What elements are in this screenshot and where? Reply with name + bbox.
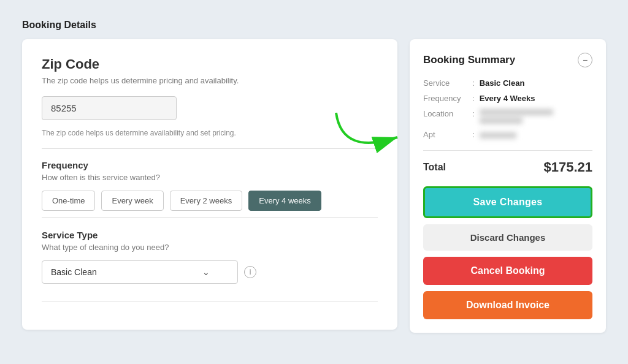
summary-row-apt: Apt : <box>423 130 592 140</box>
discard-changes-button[interactable]: Discard Changes <box>423 224 592 251</box>
download-invoice-button[interactable]: Download Invoice <box>423 291 592 319</box>
service-label: Service <box>423 78 472 88</box>
outer-container: Booking Details Zip Code The zip code he… <box>10 10 618 364</box>
frequency-title: Frequency <box>42 160 378 170</box>
total-amount: $175.21 <box>543 159 592 175</box>
total-row: Total $175.21 <box>423 159 592 175</box>
apt-label: Apt <box>423 130 472 139</box>
summary-row-location: Location : <box>423 109 592 124</box>
service-select-wrapper: Basic Clean Deep Clean Move In/Out ⌄ i <box>42 260 378 284</box>
service-type-section: Service Type What type of cleaning do yo… <box>42 230 378 284</box>
freq-btn-every4weeks[interactable]: Every 4 weeks <box>248 191 321 211</box>
zip-section: Zip Code The zip code helps us determine… <box>42 56 378 137</box>
location-value <box>480 109 553 124</box>
frequency-colon: : <box>472 94 475 103</box>
freq-btn-onetime[interactable]: One-time <box>42 191 95 211</box>
zip-note: The zip code helps us determine availabi… <box>42 129 378 137</box>
right-panel: Booking Summary − Service : Basic Clean … <box>410 39 606 333</box>
freq-btn-every2weeks[interactable]: Every 2 weeks <box>170 191 243 211</box>
service-type-desc: What type of cleaning do you need? <box>42 243 378 252</box>
divider-1 <box>42 148 378 149</box>
location-label: Location <box>423 109 472 118</box>
zip-input[interactable] <box>42 96 177 120</box>
frequency-section: Frequency How often is this service want… <box>42 160 378 211</box>
summary-row-frequency: Frequency : Every 4 Weeks <box>423 94 592 103</box>
left-panel: Zip Code The zip code helps us determine… <box>22 39 397 330</box>
freq-btn-everyweek[interactable]: Every week <box>101 191 163 211</box>
divider-2 <box>42 217 378 218</box>
zip-section-desc: The zip code helps us determine pricing … <box>42 76 378 85</box>
frequency-buttons: One-time Every week Every 2 weeks Every … <box>42 191 378 211</box>
summary-rows: Service : Basic Clean Frequency : Every … <box>423 78 592 140</box>
frequency-label: Frequency <box>423 94 472 103</box>
apt-colon: : <box>472 130 475 139</box>
apt-value <box>480 130 516 140</box>
summary-header: Booking Summary − <box>423 53 592 67</box>
info-icon[interactable]: i <box>244 266 256 278</box>
divider-3 <box>42 301 378 301</box>
service-type-select[interactable]: Basic Clean Deep Clean Move In/Out <box>42 260 238 284</box>
summary-title: Booking Summary <box>423 54 515 66</box>
service-type-title: Service Type <box>42 230 378 240</box>
page-title: Booking Details <box>22 20 606 31</box>
main-layout: Zip Code The zip code helps us determine… <box>22 39 606 333</box>
summary-divider <box>423 150 592 151</box>
frequency-desc: How often is this service wanted? <box>42 173 378 182</box>
minimize-icon[interactable]: − <box>578 53 592 67</box>
service-value: Basic Clean <box>480 78 525 88</box>
frequency-value: Every 4 Weeks <box>480 94 535 103</box>
save-changes-button[interactable]: Save Changes <box>423 186 592 218</box>
service-colon: : <box>472 78 475 88</box>
cancel-booking-button[interactable]: Cancel Booking <box>423 257 592 285</box>
location-colon: : <box>472 109 475 118</box>
zip-section-title: Zip Code <box>42 56 378 72</box>
summary-row-service: Service : Basic Clean <box>423 78 592 88</box>
total-label: Total <box>423 162 446 173</box>
